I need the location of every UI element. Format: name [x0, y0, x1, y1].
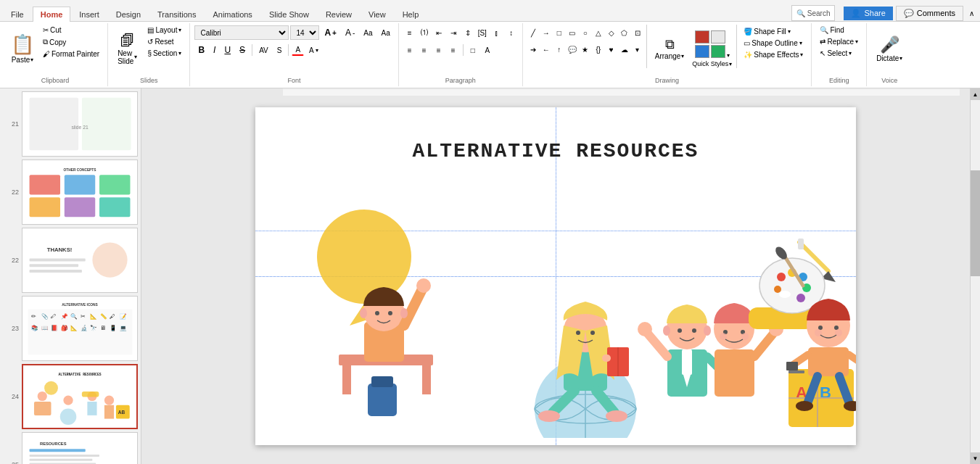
reset-button[interactable]: ↺ Reset: [144, 36, 185, 47]
layout-button[interactable]: ▤ Layout ▾: [144, 25, 185, 36]
copy-button[interactable]: ⧉ Copy: [39, 36, 103, 48]
shape-heart[interactable]: ♥: [606, 44, 617, 55]
qs-red[interactable]: [695, 30, 709, 44]
shape-arrow[interactable]: →: [540, 27, 552, 38]
convert-to-smartart-button[interactable]: [S]: [476, 26, 489, 39]
align-left-button[interactable]: ≡: [403, 44, 416, 57]
tab-insert[interactable]: Insert: [71, 7, 107, 22]
search-label[interactable]: Search: [807, 9, 831, 17]
qs-blue[interactable]: [695, 45, 709, 58]
shape-effects-button[interactable]: ✨ Shape Effects ▾: [740, 49, 807, 60]
text-shadow-button[interactable]: S: [273, 45, 286, 56]
cut-icon: ✂: [43, 26, 49, 34]
select-button[interactable]: ↖ Select ▾: [816, 48, 862, 59]
columns-button[interactable]: ⫿: [490, 26, 503, 39]
tab-animations[interactable]: Animations: [205, 7, 260, 22]
clear-format-button[interactable]: Aa: [360, 28, 376, 38]
format-painter-button[interactable]: 🖌 Format Painter: [39, 49, 103, 59]
shape-star[interactable]: ★: [580, 44, 591, 55]
tab-help[interactable]: Help: [395, 7, 427, 22]
ruler-top: [283, 88, 960, 94]
font-size-select[interactable]: 14: [290, 25, 319, 40]
slide-canvas[interactable]: ALTERNATIVE RESOURCES: [255, 107, 856, 445]
quick-styles-area: ▾: [695, 30, 730, 59]
decrease-indent-button[interactable]: ⇤: [432, 26, 445, 39]
slide-thumb-23a[interactable]: 22 THANKS!: [3, 228, 138, 293]
character-spacing-button[interactable]: AV: [255, 45, 272, 56]
shape-rect[interactable]: □: [553, 27, 565, 38]
shape-line[interactable]: ╱: [527, 27, 539, 38]
bold-button[interactable]: B: [194, 44, 208, 57]
text-box-button[interactable]: □: [466, 44, 479, 57]
slide-thumb-25[interactable]: 25 RESOURCES: [3, 432, 138, 464]
section-button[interactable]: § Section ▾: [144, 48, 185, 59]
replace-button[interactable]: ⇄ Replace ▾: [816, 36, 862, 47]
find-button[interactable]: 🔍 Find: [816, 25, 862, 36]
slide-thumb-22[interactable]: 22 OTHER CONCEPTS: [3, 160, 138, 225]
tab-transitions[interactable]: Transitions: [149, 7, 204, 22]
cut-button[interactable]: ✂ Cut: [39, 25, 103, 36]
bullets-button[interactable]: ≡: [403, 26, 416, 39]
share-button[interactable]: 👤 Share: [844, 7, 892, 20]
text-direction-button[interactable]: ⇕: [461, 26, 474, 39]
slide-thumb-23[interactable]: 23 ALTERNATIVE ICONS ✏ 📎 🖊 📌 🔍 ✂ �: [3, 296, 138, 361]
shape-triangle[interactable]: △: [593, 27, 604, 38]
font-color-button[interactable]: A: [292, 44, 304, 56]
shapes-expand-icon[interactable]: ▾: [632, 44, 643, 55]
tab-design[interactable]: Design: [108, 7, 149, 22]
shape-more[interactable]: ⊡: [632, 27, 643, 38]
tab-view[interactable]: View: [361, 7, 394, 22]
qs-gray[interactable]: [711, 30, 725, 44]
change-case-button[interactable]: Aa: [378, 28, 394, 38]
slide-thumb-21[interactable]: 21 slide 21: [3, 91, 138, 157]
align-center-button[interactable]: ≡: [418, 44, 431, 57]
arrange-button[interactable]: ⧉ Arrange ▾: [650, 25, 690, 72]
strikethrough-button[interactable]: S: [236, 44, 249, 57]
tab-home[interactable]: Home: [33, 7, 71, 22]
increase-indent-button[interactable]: ⇥: [447, 26, 460, 39]
right-scrollbar[interactable]: ▲ ▼: [970, 88, 980, 464]
shape-oval[interactable]: ○: [580, 27, 591, 38]
align-right-button[interactable]: ≡: [432, 44, 445, 57]
shape-rounded-rect[interactable]: ▭: [567, 27, 578, 38]
scroll-thumb[interactable]: [971, 170, 980, 276]
dictate-dropdown-icon: ▾: [899, 55, 902, 62]
shape-pentagon[interactable]: ⬠: [619, 27, 630, 38]
shape-bracket[interactable]: {}: [593, 44, 604, 55]
shadow-button[interactable]: A: [481, 44, 494, 57]
scroll-up-button[interactable]: ▲: [971, 88, 980, 100]
quick-styles-dropdown-icon[interactable]: ▾: [727, 52, 730, 59]
svg-rect-43: [33, 402, 51, 415]
shape-diamond[interactable]: ◇: [606, 27, 617, 38]
svg-point-74: [388, 311, 392, 315]
tab-review[interactable]: Review: [318, 7, 360, 22]
svg-point-101: [692, 328, 696, 333]
collapse-ribbon-button[interactable]: ∧: [969, 9, 974, 17]
qs-green[interactable]: [711, 45, 725, 58]
shape-left-arrow[interactable]: ←: [540, 44, 552, 55]
dictate-button[interactable]: 🎤 Dictate ▾: [871, 25, 907, 72]
scroll-down-button[interactable]: ▼: [971, 452, 980, 464]
drawing-sep-1: [646, 25, 647, 68]
slide-thumb-24[interactable]: 24 ALTERNATIVE RESOURCES: [3, 364, 138, 429]
justify-button[interactable]: ≡: [447, 44, 460, 57]
italic-button[interactable]: I: [210, 44, 219, 57]
shape-outline-button[interactable]: ▭ Shape Outline ▾: [740, 38, 807, 49]
highlight-color-button[interactable]: A▾: [305, 45, 322, 56]
shape-cloud[interactable]: ☁: [619, 44, 630, 55]
comments-button[interactable]: 💬 Comments: [896, 6, 963, 21]
font-name-select[interactable]: Calibri: [194, 25, 289, 40]
shape-fill-button[interactable]: 🪣 Shape Fill ▾: [740, 26, 807, 37]
new-slide-button[interactable]: 🗐 NewSlide ▾: [112, 25, 142, 72]
shape-callout[interactable]: 💬: [567, 44, 578, 55]
shape-up-arrow[interactable]: ↑: [553, 44, 565, 55]
numbering-button[interactable]: ⑴: [418, 26, 431, 39]
tab-file[interactable]: File: [3, 7, 32, 22]
increase-font-button[interactable]: A+: [321, 26, 340, 39]
tab-slideshow[interactable]: Slide Show: [261, 7, 317, 22]
shape-right-arrow[interactable]: ➔: [527, 44, 539, 55]
line-spacing-button[interactable]: ↕: [505, 26, 518, 39]
underline-button[interactable]: U: [221, 44, 234, 57]
decrease-font-button[interactable]: A-: [342, 26, 358, 39]
paste-button[interactable]: 📋 Paste ▾: [7, 25, 38, 72]
